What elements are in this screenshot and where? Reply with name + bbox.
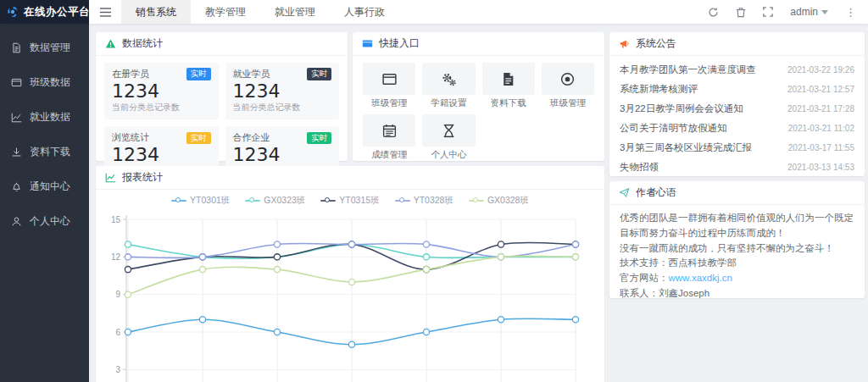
announcement-date: 2021-03-21 11:02 <box>788 124 854 133</box>
sidebar-item-label: 班级数据 <box>30 75 70 90</box>
tab-employment-management[interactable]: 就业管理 <box>260 0 330 24</box>
sidebar-item-label: 就业数据 <box>30 110 70 125</box>
window-icon <box>363 63 415 95</box>
stat-label: 就业学员 <box>233 68 270 80</box>
quick-link-label: 班级管理 <box>363 97 415 109</box>
user-dropdown[interactable]: admin <box>790 6 828 18</box>
quick-link-material-download[interactable]: 资料下载 <box>482 63 535 109</box>
report-line-chart: 1512963 <box>101 208 596 382</box>
tab-hr-admin[interactable]: 人事行政 <box>330 0 399 24</box>
author-line: 没有一蹴而就的成功，只有坚持不懈的为之奋斗！ <box>620 241 854 257</box>
stat-card-registered-students[interactable]: 在册学员 实时 1234 当前分类总记录数 <box>104 63 219 119</box>
chevron-down-icon <box>821 10 828 14</box>
legend-item[interactable]: YT0301班 <box>171 195 230 207</box>
main-content: 数据统计 在册学员 实时 1234 当前分类总记录数 就业学员 实时 12 <box>89 24 868 382</box>
fullscreen-icon[interactable] <box>763 7 773 17</box>
quick-link-label: 学籍设置 <box>422 97 475 109</box>
quick-link-class-management[interactable]: 班级管理 <box>363 63 415 109</box>
sidebar-item-label: 个人中心 <box>30 214 70 229</box>
stat-value: 1234 <box>233 80 332 102</box>
top-header: 在线办公平台 销售系统 教学管理 就业管理 人事行政 <box>0 0 868 24</box>
report-statistics-header: 报表统计 <box>96 166 604 190</box>
quick-link-grade-management[interactable]: 成绩管理 <box>363 114 415 161</box>
chart-legend: YT0301班GX0323班YT0315班YT0328班GX0328班 <box>96 195 604 207</box>
announcement-list: 本月教学团队第一次满意度调查 2021-03-22 19:26 系统新增考核测评… <box>609 56 865 177</box>
quick-link-student-registry-settings[interactable]: 学籍设置 <box>422 63 475 109</box>
legend-item[interactable]: GX0323班 <box>245 195 305 207</box>
announcement-row[interactable]: 公司关于清明节放假通知 2021-03-21 11:02 <box>620 119 854 138</box>
stat-card-employed-students[interactable]: 就业学员 实时 1234 当前分类总记录数 <box>225 63 340 119</box>
more-options-icon[interactable]: ⋮ <box>845 6 856 19</box>
card-title: 数据统计 <box>122 36 163 51</box>
refresh-icon[interactable] <box>708 7 719 18</box>
window-icon <box>11 77 22 88</box>
online-office-platform: 在线办公平台 销售系统 教学管理 就业管理 人事行政 <box>0 0 868 382</box>
sidebar-item-data-management[interactable]: 数据管理 <box>0 30 89 65</box>
svg-text:3: 3 <box>115 365 120 374</box>
sidebar-toggle-icon[interactable] <box>89 0 121 24</box>
svg-text:12: 12 <box>111 252 121 262</box>
trash-icon[interactable] <box>736 7 746 18</box>
author-site-line: 官方网站：www.xaxdkj.cn <box>620 271 854 286</box>
sidebar-item-material-download[interactable]: 资料下载 <box>0 135 89 169</box>
app-logo: 在线办公平台 <box>0 0 89 24</box>
system-announcements-card: 系统公告 本月教学团队第一次满意度调查 2021-03-22 19:26 系统新… <box>609 32 865 176</box>
user-icon <box>11 216 22 227</box>
legend-label: YT0328班 <box>414 195 453 207</box>
author-words-body: 优秀的团队是一群拥有着相同价值观的人们为一个既定目标而努力奋斗的过程中历练而成的… <box>609 205 865 307</box>
announcement-date: 2021-03-22 19:26 <box>787 65 854 75</box>
megaphone-icon <box>619 38 630 49</box>
announcement-date: 2021-03-21 17:28 <box>787 104 854 113</box>
announcement-row[interactable]: 系统新增考核测评 2021-03-21 12:57 <box>620 80 854 99</box>
sidebar-item-personal-center[interactable]: 个人中心 <box>0 204 89 239</box>
announcement-date: 2021-03-13 14:53 <box>787 163 854 172</box>
gears-icon <box>422 63 475 95</box>
sidebar: 数据管理 班级数据 就业数据 资料下载 通知中心 个人中心 <box>0 24 89 382</box>
stat-label: 浏览统计 <box>112 131 149 144</box>
legend-item[interactable]: GX0328班 <box>469 195 529 207</box>
chart-icon <box>105 172 116 183</box>
announcement-row[interactable]: 失物招领 2021-03-13 14:53 <box>620 158 854 177</box>
sidebar-item-employment-data[interactable]: 就业数据 <box>0 100 89 135</box>
stat-value: 1234 <box>112 80 211 102</box>
card-title: 快捷入口 <box>379 36 420 51</box>
quick-link-class-management-2[interactable]: 班级管理 <box>542 63 594 109</box>
author-words-card: 作者心语 优秀的团队是一群拥有着相同价值观的人们为一个既定目标而努力奋斗的过程中… <box>609 181 865 298</box>
user-name: admin <box>790 6 818 18</box>
document-icon <box>482 63 535 95</box>
announcement-row[interactable]: 3月22日教学周例会会议通知 2021-03-21 17:28 <box>620 99 854 119</box>
sidebar-item-class-data[interactable]: 班级数据 <box>0 65 89 100</box>
announcement-title: 公司关于清明节放假通知 <box>620 122 727 135</box>
target-circle-icon <box>542 63 594 95</box>
legend-label: YT0301班 <box>190 195 230 207</box>
stat-label: 合作企业 <box>233 131 270 144</box>
announcement-title: 3月第三周各校区业绩完成汇报 <box>620 141 752 154</box>
stat-value: 1234 <box>112 144 211 165</box>
quick-link-personal-center[interactable]: 个人中心 <box>422 114 475 161</box>
svg-text:6: 6 <box>115 328 120 337</box>
legend-label: GX0323班 <box>264 195 305 207</box>
tab-sales-system[interactable]: 销售系统 <box>121 0 191 24</box>
legend-item[interactable]: YT0315班 <box>320 195 379 207</box>
quick-entry-card: 快捷入口 班级管理 学籍设置 <box>353 32 604 161</box>
tab-teaching-management[interactable]: 教学管理 <box>191 0 260 24</box>
announcement-title: 系统新增考核测评 <box>620 83 698 96</box>
announcement-date: 2021-03-17 11:55 <box>788 143 854 152</box>
blue-window-icon <box>362 38 373 49</box>
legend-label: YT0315班 <box>339 195 379 207</box>
warning-triangle-icon <box>105 38 116 49</box>
quick-link-label: 资料下载 <box>482 97 535 109</box>
announcement-row[interactable]: 3月第三周各校区业绩完成汇报 2021-03-17 11:55 <box>620 138 854 158</box>
legend-item[interactable]: YT0328班 <box>395 195 453 207</box>
sidebar-item-notification-center[interactable]: 通知中心 <box>0 169 89 204</box>
official-site-link[interactable]: www.xaxdkj.cn <box>669 273 732 283</box>
announcement-title: 本月教学团队第一次满意度调查 <box>620 64 756 76</box>
quick-entry-grid: 班级管理 学籍设置 资料下载 <box>353 56 604 164</box>
author-line: 优秀的团队是一群拥有着相同价值观的人们为一个既定目标而努力奋斗的过程中历练而成的… <box>620 211 854 241</box>
legend-marker <box>245 197 260 204</box>
announcement-title: 失物招领 <box>620 161 659 174</box>
announcement-title: 3月22日教学周例会会议通知 <box>620 102 743 115</box>
stat-description: 当前分类总记录数 <box>112 102 211 113</box>
announcement-row[interactable]: 本月教学团队第一次满意度调查 2021-03-22 19:26 <box>620 60 854 80</box>
status-badge: 实时 <box>186 132 211 144</box>
